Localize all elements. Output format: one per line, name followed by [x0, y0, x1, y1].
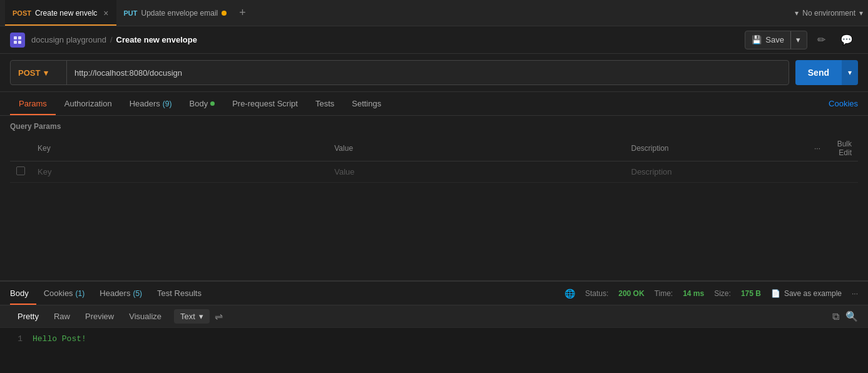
param-checkbox[interactable] — [16, 166, 25, 175]
tab-tests-label: Tests — [315, 99, 334, 108]
col-check-header — [10, 136, 31, 161]
response-tab-cookies-badge: (1) — [76, 289, 85, 298]
body-view-raw-label: Raw — [54, 312, 70, 321]
breadcrumb-workspace[interactable]: docusign playground — [31, 35, 106, 44]
wrap-button[interactable]: ⇌ — [215, 310, 223, 322]
edit-button[interactable]: ✏ — [812, 31, 830, 48]
tab-headers-label: Headers — [130, 99, 160, 108]
bulk-edit-dots: ··· — [814, 144, 820, 153]
body-view-preview[interactable]: Preview — [78, 305, 121, 328]
param-key-cell[interactable]: Key — [31, 161, 328, 183]
tab-put[interactable]: PUT Update envelope email — [116, 0, 235, 26]
response-tab-headers-label: Headers — [100, 289, 130, 298]
response-meta: 🌐 Status: 200 OK Time: 14 ms Size: 175 B… — [564, 289, 858, 299]
param-value-cell[interactable]: Value — [328, 161, 625, 183]
time-label: Time: — [655, 289, 673, 298]
breadcrumb-separator: / — [110, 35, 113, 44]
response-body-toolbar: Pretty Raw Preview Visualize Text ▾ ⇌ ⧉ … — [0, 305, 868, 328]
save-button[interactable]: 💾 Save ▾ — [745, 31, 807, 49]
breadcrumb-bar: docusign playground / Create new envelop… — [0, 26, 868, 54]
response-tab-cookies[interactable]: Cookies (1) — [36, 282, 93, 305]
tab-pre-request[interactable]: Pre-request Script — [223, 92, 307, 115]
col-desc-header: Description — [625, 136, 809, 161]
tab-unsaved-dot — [222, 11, 227, 16]
response-tab-test-results-label: Test Results — [157, 289, 202, 298]
save-example-label: Save as example — [784, 289, 842, 298]
send-button-group: Send ▾ — [795, 60, 858, 85]
svg-rect-1 — [18, 36, 21, 39]
cookies-link[interactable]: Cookies — [829, 99, 858, 108]
search-button[interactable]: 🔍 — [845, 310, 858, 322]
response-tabs-bar: Body Cookies (1) Headers (5) Test Result… — [0, 282, 868, 305]
tab-tests[interactable]: Tests — [307, 92, 343, 115]
line-number-1: 1 — [10, 334, 23, 368]
body-view-visualize[interactable]: Visualize — [121, 305, 169, 328]
query-params-section: Query Params Key Value Description ··· B… — [0, 116, 868, 183]
globe-icon: 🌐 — [564, 289, 575, 299]
send-button[interactable]: Send — [795, 60, 842, 85]
format-chevron-icon: ▾ — [199, 312, 203, 321]
response-tab-body[interactable]: Body — [10, 282, 36, 305]
tab-bar: POST Create new envelc × PUT Update enve… — [0, 0, 868, 26]
method-dropdown[interactable]: POST ▾ — [11, 61, 67, 84]
comment-button[interactable]: 💬 — [835, 31, 858, 48]
bulk-edit-label: Bulk Edit — [823, 140, 852, 157]
code-line-1: Hello Post! — [33, 334, 86, 368]
save-example-icon: 📄 — [771, 289, 780, 298]
params-table: Key Value Description ··· Bulk Edit Key … — [10, 136, 858, 183]
tab-label-post: Create new envelc — [35, 9, 97, 18]
response-tab-headers[interactable]: Headers (5) — [92, 282, 150, 305]
request-tabs-nav: Params Authorization Headers (9) Body Pr… — [0, 92, 868, 116]
method-label: POST — [18, 68, 40, 78]
tab-method-post: POST — [13, 9, 31, 17]
response-tab-headers-badge: (5) — [133, 289, 142, 298]
tab-body-dot — [210, 101, 215, 106]
col-value-header: Value — [328, 136, 625, 161]
code-area: 1 Hello Post! — [0, 328, 868, 373]
save-icon: 💾 — [752, 35, 762, 44]
more-options-button[interactable]: ··· — [852, 289, 858, 298]
format-label: Text — [180, 312, 195, 321]
format-dropdown[interactable]: Text ▾ — [174, 309, 210, 324]
url-input[interactable] — [67, 68, 789, 78]
response-tab-test-results[interactable]: Test Results — [150, 282, 209, 305]
table-row: Key Value Description — [10, 161, 858, 183]
breadcrumb-current: Create new envelope — [116, 35, 197, 44]
body-view-pretty-label: Pretty — [18, 312, 39, 321]
param-desc-cell[interactable]: Description — [625, 161, 809, 183]
tab-close-post[interactable]: × — [103, 9, 108, 18]
env-label: No environment — [802, 9, 855, 18]
add-tab-button[interactable]: + — [234, 6, 251, 19]
method-chevron-icon: ▾ — [44, 68, 48, 78]
tab-headers[interactable]: Headers (9) — [121, 92, 181, 115]
svg-rect-0 — [14, 36, 17, 39]
bulk-edit-button[interactable]: ··· Bulk Edit — [814, 140, 852, 157]
response-tab-cookies-label: Cookies — [44, 289, 73, 298]
tab-method-put: PUT — [124, 9, 138, 17]
send-caret-button[interactable]: ▾ — [842, 60, 858, 85]
tab-settings[interactable]: Settings — [343, 92, 390, 115]
body-view-raw[interactable]: Raw — [46, 305, 78, 328]
tab-authorization-label: Authorization — [64, 99, 112, 108]
tab-params-label: Params — [19, 99, 47, 108]
tab-body[interactable]: Body — [181, 92, 224, 115]
env-chevron-icon: ▾ — [795, 9, 799, 18]
status-label: Status: — [585, 289, 608, 298]
env-selector[interactable]: ▾ No environment ▾ — [795, 9, 863, 18]
status-value: 200 OK — [618, 289, 644, 298]
body-view-pretty[interactable]: Pretty — [10, 305, 46, 328]
tab-post[interactable]: POST Create new envelc × — [5, 0, 116, 26]
size-label: Size: — [714, 289, 731, 298]
tab-authorization[interactable]: Authorization — [56, 92, 121, 115]
body-view-tabs: Pretty Raw Preview Visualize — [10, 305, 169, 328]
tab-settings-label: Settings — [352, 99, 381, 108]
save-example-button[interactable]: 📄 Save as example — [771, 289, 842, 298]
body-view-visualize-label: Visualize — [129, 312, 161, 321]
response-tab-body-label: Body — [10, 289, 29, 298]
url-bar: POST ▾ Send ▾ — [0, 54, 868, 92]
tab-params[interactable]: Params — [10, 92, 56, 115]
save-caret[interactable]: ▾ — [790, 31, 800, 49]
workspace-icon — [10, 33, 25, 48]
copy-button[interactable]: ⧉ — [832, 310, 839, 322]
body-view-preview-label: Preview — [85, 312, 114, 321]
